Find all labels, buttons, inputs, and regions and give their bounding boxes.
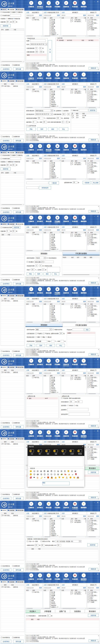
start-wechat-button[interactable]: 启动新微信 bbox=[1, 139, 11, 142]
add-type-select[interactable]: 手机号 bbox=[36, 257, 46, 259]
rest-minutes-input[interactable] bbox=[61, 340, 64, 342]
handle-group-msg-checkbox[interactable] bbox=[12, 279, 14, 280]
tab-account-list[interactable]: 账号列 bbox=[0, 151, 7, 154]
list-item[interactable]: 田少春 bbox=[43, 591, 60, 593]
list-item[interactable]: 李云鹏 bbox=[43, 380, 60, 382]
external-search-input[interactable]: 外部好友名称 bbox=[44, 301, 57, 302]
row-checkbox[interactable] bbox=[1, 372, 2, 373]
search-button[interactable]: 搜索 bbox=[83, 372, 86, 374]
list-item[interactable]: 4新宁* bbox=[87, 310, 100, 312]
filter-link[interactable]: 过滤 bbox=[44, 83, 46, 85]
row-checkbox[interactable] bbox=[1, 586, 2, 588]
list-item[interactable]: 王天生 bbox=[43, 20, 60, 22]
nav-item-phone-fans[interactable]: ▣手机爆粉 bbox=[54, 216, 61, 223]
log-vscrollbar[interactable]: ▲▼ bbox=[98, 277, 99, 285]
list-item[interactable]: 田少春 bbox=[43, 520, 60, 522]
nav-item-hotline-reply[interactable]: ☎专线回复 bbox=[72, 430, 78, 438]
scroll-right-icon[interactable]: ▸ bbox=[24, 61, 24, 62]
save-settings-button[interactable]: 保存设置 bbox=[13, 640, 24, 643]
list-item[interactable]: 7小助理 bbox=[87, 315, 100, 317]
deny-list-input[interactable] bbox=[72, 328, 84, 331]
list-item[interactable]: 1A-新宁团队...3 bbox=[61, 591, 86, 593]
nav-item-group-manage[interactable]: ✦微群管理 bbox=[80, 287, 87, 294]
list-item[interactable]: 2新宁团队软...7 bbox=[61, 378, 86, 380]
member-search-input[interactable]: 群成员名称 bbox=[88, 229, 96, 231]
scroll-down-icon[interactable]: ▾ bbox=[58, 106, 58, 107]
tab-account-list[interactable]: 账号列 bbox=[0, 294, 7, 297]
minimize-button[interactable]: – bbox=[94, 430, 95, 432]
emoji-row[interactable]: 💋 ❤ 🎂 🌙 ☀ 🎁 🙇 👍 👎 🤝 🙏 ✊ 👏 💑 bbox=[30, 476, 82, 479]
list-item[interactable]: 2玉米 bbox=[87, 164, 100, 165]
minimize-button[interactable]: – bbox=[94, 502, 95, 504]
account-hscrollbar[interactable]: ◂▸ bbox=[1, 417, 24, 417]
nav-item-group-manage[interactable]: ✦微群管理 bbox=[80, 573, 87, 581]
list-item[interactable]: 3A-新宁团队... bbox=[87, 22, 100, 24]
search-button[interactable]: 搜索 bbox=[96, 229, 99, 231]
clear-log-button[interactable]: 清理信息 bbox=[89, 67, 98, 70]
nav-item-timed-bulk[interactable]: ◷定时群发 bbox=[36, 72, 43, 80]
column-hscrollbar[interactable]: ◂▸ bbox=[26, 107, 42, 108]
list-item[interactable]: 微远科技 bbox=[43, 604, 60, 606]
nav-item-phone-fans[interactable]: ▣手机爆粉 bbox=[54, 502, 61, 509]
nav-item-group-settings[interactable]: ⚙群组设置 bbox=[45, 502, 52, 509]
content-interval-to-input[interactable]: 6 bbox=[39, 47, 42, 50]
nav-item-phone-fans[interactable]: ▣手机爆粉 bbox=[54, 144, 61, 152]
turing-key-input[interactable] bbox=[10, 14, 21, 16]
list-item[interactable]: AAV14 bbox=[43, 317, 60, 318]
nav-item-group-manage[interactable]: ✦微群管理 bbox=[80, 72, 87, 80]
task-time-input[interactable]: 2022-03-18 20:27:32 bbox=[30, 43, 48, 46]
random-content-input[interactable] bbox=[79, 109, 88, 112]
save-settings-button[interactable]: 保存设置 bbox=[13, 425, 24, 428]
monitor-session-id-input[interactable] bbox=[69, 412, 90, 416]
internal-search-input[interactable]: 内部好友名称 bbox=[26, 86, 39, 88]
greet-hscrollbar[interactable]: ◂▸ bbox=[1, 274, 24, 275]
skip-friend-checkbox[interactable] bbox=[43, 333, 44, 334]
list-item[interactable]: 李云鹏 bbox=[43, 94, 60, 95]
nav-item-timed-bulk[interactable]: ◷定时群发 bbox=[36, 287, 43, 294]
one-to-one-reply-checkbox[interactable] bbox=[27, 541, 28, 542]
nav-item-timed-bulk[interactable]: ◷定时群发 bbox=[36, 573, 43, 581]
request-interval-to-input[interactable]: 5 bbox=[40, 264, 42, 267]
interval-from-input[interactable]: 15 bbox=[35, 544, 38, 546]
search-button[interactable]: 搜索 bbox=[57, 86, 60, 88]
nav-item-qiwei-bulk[interactable]: ✳企微群发 bbox=[28, 573, 35, 581]
scroll-down-icon[interactable]: ▼ bbox=[98, 498, 99, 500]
list-item[interactable]: AAV14 bbox=[43, 174, 60, 175]
member-search-input[interactable]: 群成员名称 bbox=[88, 515, 96, 517]
random-content-checkbox[interactable] bbox=[71, 110, 72, 111]
handle-group-msg-checkbox[interactable] bbox=[12, 350, 14, 352]
scroll-down-icon[interactable]: ▾ bbox=[58, 535, 58, 536]
forward-interval-to-input[interactable]: 15 bbox=[77, 400, 82, 403]
nav-item-group-manage[interactable]: ✦微群管理 bbox=[80, 144, 87, 152]
new-content-button[interactable]: 新建内容 bbox=[87, 543, 98, 546]
start-wechat-button[interactable]: 启动新微信 bbox=[1, 67, 11, 71]
list-item[interactable]: 云服务小..▾ bbox=[43, 248, 60, 250]
list-item[interactable]: 李云鹏 bbox=[43, 523, 60, 525]
column-hscrollbar[interactable]: ◂▸ bbox=[61, 608, 86, 609]
send-timed-radio[interactable] bbox=[62, 110, 63, 111]
list-item[interactable]: 杨周 bbox=[43, 242, 60, 244]
add-deny-button[interactable]: 添加 bbox=[84, 328, 90, 331]
close-button[interactable]: ✕ bbox=[97, 215, 98, 218]
nav-item-msg-forward[interactable]: ⇄消息转发 bbox=[63, 144, 70, 152]
filter-link[interactable]: 过滤 bbox=[26, 83, 29, 85]
scroll-down-icon[interactable]: ▼ bbox=[98, 69, 99, 70]
list-item[interactable]: 李云鹏 bbox=[43, 237, 60, 238]
list-item[interactable]: 1A-新宁团队...3 bbox=[61, 305, 86, 307]
list-item[interactable]: 5新宁 bbox=[87, 26, 100, 27]
nav-item-qiwei-bulk[interactable]: ✳企微群发 bbox=[28, 216, 35, 223]
search-button[interactable]: 搜索 bbox=[96, 300, 99, 302]
scroll-up-icon[interactable]: ▲ bbox=[60, 160, 60, 161]
nav-item-hotline-reply[interactable]: ☎专线回复 bbox=[72, 144, 78, 152]
log-vscrollbar[interactable]: ▲▼ bbox=[98, 563, 99, 571]
filter-link[interactable]: 过滤 bbox=[44, 441, 46, 443]
list-item[interactable]: 2玉米 bbox=[87, 92, 100, 94]
rest-after-input[interactable]: 3 bbox=[42, 268, 44, 271]
list-item[interactable]: 微远科技 bbox=[43, 247, 60, 248]
search-button[interactable]: 搜索 bbox=[96, 158, 99, 160]
external-search-input[interactable]: 外部好友名称 bbox=[44, 229, 57, 231]
tab-auto-reply[interactable]: 自动回复 bbox=[7, 223, 15, 225]
search-button[interactable]: 搜索 bbox=[96, 14, 99, 16]
nav-item-timed-bulk[interactable]: ◷定时群发 bbox=[36, 502, 43, 509]
nav-item-qiwei-bulk[interactable]: ✳企微群发 bbox=[28, 72, 35, 80]
